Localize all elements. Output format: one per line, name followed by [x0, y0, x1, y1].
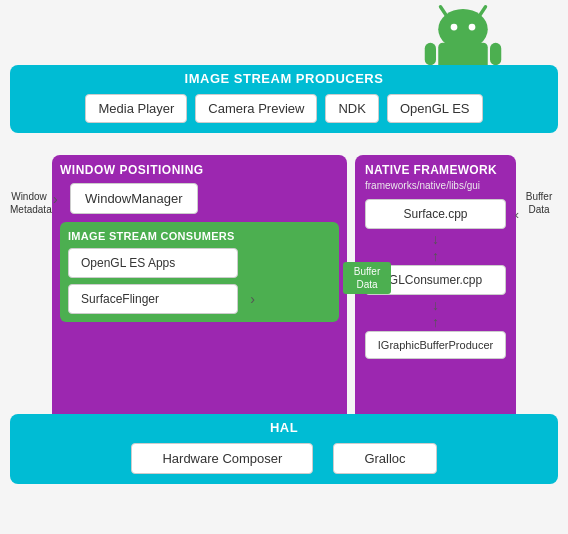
svg-point-4 [469, 24, 476, 31]
image-stream-consumers-title: IMAGE STREAM CONSUMERS [68, 230, 331, 242]
producer-opengl-es: OpenGL ES [387, 94, 483, 123]
surface-cpp-arrow: ‹ [515, 207, 519, 222]
image-stream-producers-title: IMAGE STREAM PRODUCERS [20, 71, 548, 86]
surface-flinger-arrow: › [250, 291, 255, 307]
native-framework-section: NATIVE FRAMEWORK frameworks/native/libs/… [355, 155, 516, 444]
producers-row: Media Player Camera Preview NDK OpenGL E… [20, 94, 548, 123]
hal-gralloc: Gralloc [333, 443, 436, 474]
consumer-surface-flinger: SurfaceFlinger › [68, 284, 238, 314]
hal-title: HAL [20, 420, 548, 435]
window-manager-box: WindowManager › [70, 183, 198, 214]
native-framework-path: frameworks/native/libs/gui [365, 180, 506, 191]
producer-media-player: Media Player [85, 94, 187, 123]
buffer-data-label: Buffer Data [520, 190, 558, 216]
window-positioning-section: WINDOW POSITIONING WindowManager › IMAGE… [52, 155, 347, 444]
buffer-data-badge: Buffer Data [343, 262, 391, 294]
producer-camera-preview: Camera Preview [195, 94, 317, 123]
arrow-down-2: ↓ [365, 297, 506, 313]
image-stream-producers-section: IMAGE STREAM PRODUCERS Media Player Came… [10, 65, 558, 133]
hal-row: Hardware Composer Gralloc [20, 443, 548, 474]
hal-section: HAL Hardware Composer Gralloc [10, 414, 558, 484]
android-robot [418, 0, 508, 70]
svg-rect-7 [490, 43, 501, 66]
arrow-up-2: ↑ [365, 314, 506, 330]
svg-point-3 [451, 24, 458, 31]
diagram-container: IMAGE STREAM PRODUCERS Media Player Came… [0, 0, 568, 534]
window-positioning-title: WINDOW POSITIONING [60, 163, 339, 177]
native-framework-title: NATIVE FRAMEWORK [365, 163, 506, 177]
window-manager-arrow: › [53, 191, 58, 207]
consumer-opengl-es-apps: OpenGL ES Apps [68, 248, 238, 278]
hal-hardware-composer: Hardware Composer [131, 443, 313, 474]
producer-ndk: NDK [325, 94, 378, 123]
image-stream-consumers-section: IMAGE STREAM CONSUMERS OpenGL ES Apps Su… [60, 222, 339, 322]
arrow-down-1: ↓ [365, 231, 506, 247]
igraphic-buffer-producer-box: IGraphicBufferProducer [365, 331, 506, 359]
svg-rect-6 [425, 43, 436, 66]
window-metadata-label: Window Metadata [10, 190, 48, 216]
surface-cpp-box: Surface.cpp ‹ [365, 199, 506, 229]
